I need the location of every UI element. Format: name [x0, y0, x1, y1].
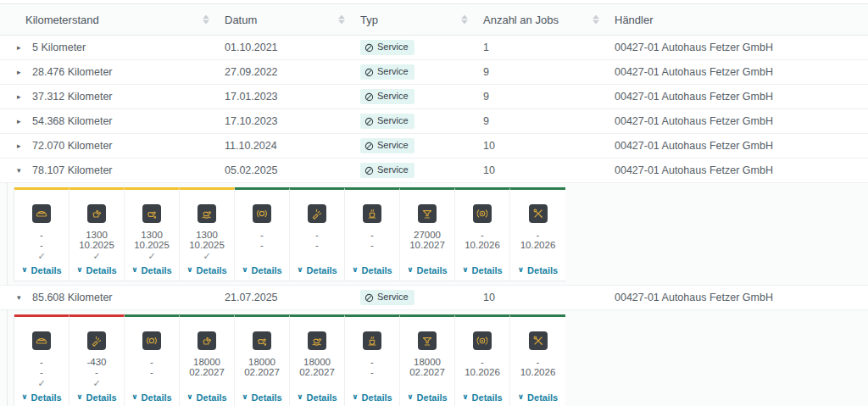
job-icon-tile	[32, 204, 51, 223]
column-header-haendler[interactable]: Händler	[602, 4, 868, 35]
details-button[interactable]: ∨Details	[21, 264, 61, 276]
job-value-2: -	[40, 367, 43, 377]
chevron-down-icon: ∨	[242, 393, 248, 401]
job-value-1: 1300	[141, 230, 163, 240]
job-value-1: 1300	[196, 230, 218, 240]
details-label: Details	[142, 392, 172, 403]
details-button[interactable]: ∨Details	[462, 264, 502, 276]
typ-label: Service	[377, 292, 409, 303]
sort-icon[interactable]	[461, 15, 468, 25]
details-label: Details	[86, 265, 117, 275]
details-button[interactable]: ∨Details	[297, 391, 337, 403]
jobs-value: 10	[470, 140, 602, 152]
job-value-2: -	[370, 240, 374, 250]
expand-icon[interactable]: ▸	[17, 44, 24, 52]
collapse-icon[interactable]: ▾	[17, 294, 24, 302]
kilometerstand-value: 5 Kilometer	[32, 42, 86, 53]
job-value-2: -	[95, 367, 98, 377]
expand-icon[interactable]: ▸	[17, 69, 24, 76]
chevron-down-icon: ∨	[131, 393, 137, 401]
job-value-2: 10.2026	[465, 240, 500, 250]
details-label: Details	[472, 265, 503, 275]
kilometerstand-value: 28.476 Kilometer	[32, 66, 113, 78]
chevron-down-icon: ∨	[462, 393, 468, 401]
details-button[interactable]: ∨Details	[297, 264, 337, 276]
expand-icon[interactable]: ▸	[17, 118, 24, 125]
job-icon-tile	[253, 204, 271, 223]
job-icon-tile	[529, 204, 548, 223]
job-icon-tile	[198, 204, 216, 223]
job-card: - - ✓ ∨Details	[14, 314, 70, 406]
job-icon-tile	[308, 204, 326, 223]
details-button[interactable]: ∨Details	[462, 391, 502, 403]
details-button[interactable]: ∨Details	[76, 264, 116, 276]
sort-icon[interactable]	[338, 15, 345, 25]
oil-can-icon	[200, 334, 214, 348]
details-label: Details	[252, 392, 282, 403]
details-button[interactable]: ∨Details	[407, 264, 447, 276]
details-button[interactable]: ∨Details	[352, 264, 392, 276]
job-card: 18000 02.2027 ∨Details	[400, 314, 455, 406]
chevron-down-icon: ∨	[518, 393, 524, 401]
expanded-jobs-panel: - - ✓ ∨Details -430 - ✓ ∨Details - - ∨De…	[0, 310, 868, 406]
table-row[interactable]: ▸ 54.368 Kilometer 17.10.2023 Service 9 …	[0, 109, 868, 134]
chevron-down-icon: ∨	[242, 266, 248, 274]
details-button[interactable]: ∨Details	[186, 264, 226, 276]
job-icon-tile	[363, 204, 381, 223]
service-icon	[364, 43, 374, 53]
details-button[interactable]: ∨Details	[76, 391, 116, 403]
chevron-down-icon: ∨	[186, 393, 192, 401]
table-row[interactable]: ▸ 5 Kilometer 01.10.2021 Service 1 00427…	[0, 36, 868, 60]
brake-pads-icon	[255, 207, 269, 220]
service-icon	[364, 142, 374, 151]
typ-label: Service	[377, 164, 409, 175]
job-value-1: -	[537, 230, 540, 240]
car-icon	[35, 207, 48, 220]
check-icon: ✓	[37, 378, 45, 389]
expand-icon[interactable]: ▸	[17, 142, 24, 150]
job-card: - - ∨Details	[290, 187, 345, 281]
job-value-2: 10.2027	[409, 240, 445, 250]
table-row[interactable]: ▸ 37.312 Kilometer 17.01.2023 Service 9 …	[0, 85, 868, 109]
column-label: Typ	[360, 14, 378, 26]
typ-label: Service	[377, 42, 409, 53]
typ-badge: Service	[360, 138, 415, 153]
table-row[interactable]: ▸ 28.476 Kilometer 27.09.2022 Service 9 …	[0, 60, 868, 85]
job-card: - 10.2026 ∨Details	[455, 314, 510, 406]
car-icon	[35, 334, 48, 348]
typ-label: Service	[377, 115, 409, 126]
details-button[interactable]: ∨Details	[352, 391, 392, 403]
details-button[interactable]: ∨Details	[186, 391, 226, 403]
table-row-expanded[interactable]: ▾ 85.608 Kilometer 21.07.2025 Service 10…	[0, 286, 868, 310]
details-button[interactable]: ∨Details	[407, 391, 447, 403]
haendler-value: 00427-01 Autohaus Fetzer GmbH	[602, 91, 868, 103]
details-button[interactable]: ∨Details	[131, 264, 171, 276]
sort-icon[interactable]	[593, 15, 599, 25]
job-icon-tile	[363, 331, 381, 350]
column-header-anzahl-an-jobs[interactable]: Anzahl an Jobs	[470, 4, 602, 35]
details-button[interactable]: ∨Details	[518, 391, 558, 403]
details-button[interactable]: ∨Details	[242, 391, 281, 403]
air-filter-icon	[420, 207, 434, 220]
details-label: Details	[362, 265, 392, 275]
details-button[interactable]: ∨Details	[131, 391, 171, 403]
column-header-typ[interactable]: Typ	[348, 4, 470, 35]
job-icon-tile	[473, 331, 492, 350]
expand-icon[interactable]: ▸	[17, 93, 24, 101]
job-value-2: 02.2027	[299, 367, 335, 377]
details-button[interactable]: ∨Details	[242, 264, 281, 276]
details-button[interactable]: ∨Details	[518, 264, 558, 276]
collapse-icon[interactable]: ▾	[17, 167, 24, 175]
table-row[interactable]: ▸ 72.070 Kilometer 11.10.2024 Service 10…	[0, 134, 868, 159]
job-value-2: 10.2026	[520, 367, 556, 377]
column-header-datum[interactable]: Datum	[212, 4, 348, 35]
column-header-kilometerstand[interactable]: Kilometerstand	[0, 4, 212, 35]
table-row-expanded[interactable]: ▾ 78.107 Kilometer 05.02.2025 Service 10…	[0, 159, 868, 183]
job-value-1: 18000	[193, 357, 220, 367]
details-label: Details	[527, 392, 558, 403]
details-label: Details	[31, 265, 62, 275]
sort-icon[interactable]	[203, 15, 209, 25]
expanded-jobs-panel: - - ✓ ∨Details 1300 10.2025 ✓ ∨Details 1…	[0, 183, 868, 286]
details-label: Details	[362, 392, 392, 403]
details-button[interactable]: ∨Details	[21, 391, 61, 403]
